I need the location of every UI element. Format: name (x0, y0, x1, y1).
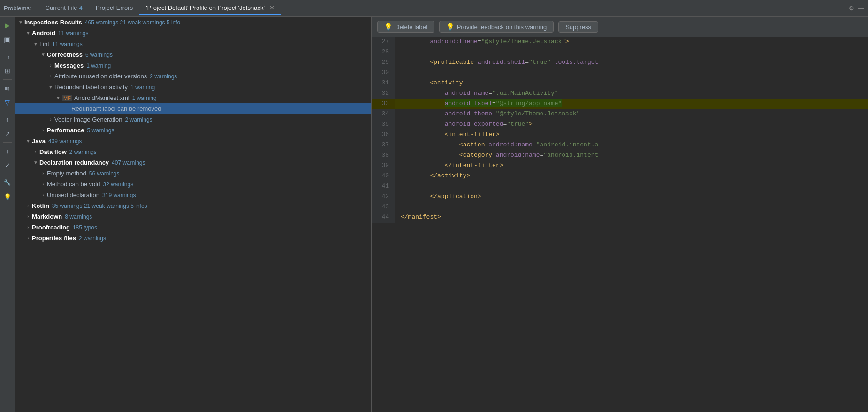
tree-dataflow-label: Data flow (39, 148, 67, 155)
tree-android-count: 11 warnings (58, 30, 89, 37)
tree-vector-image-count: 2 warnings (125, 116, 152, 123)
tree-proofreading[interactable]: › Proofreading 185 typos (15, 222, 371, 233)
toolbar-separator-1 (3, 48, 12, 48)
tree-vector-image[interactable]: › Vector Image Generation 2 warnings (15, 114, 371, 125)
toolbar-separator-2 (3, 79, 12, 80)
code-line-28: 28 (372, 47, 868, 58)
tree-performance[interactable]: › Performance 5 warnings (15, 125, 371, 136)
tree-proofreading-count: 185 typos (73, 224, 97, 231)
tab-close-icon[interactable]: ✕ (269, 4, 274, 11)
expand-button[interactable]: ⤢ (1, 159, 14, 172)
bulb-toolbar-button[interactable]: 💡 (1, 190, 14, 203)
tree-attr-unused-label: Attribute unused on older versions (54, 73, 147, 80)
line-num-42: 42 (372, 192, 395, 202)
tree-markdown-arrow: › (24, 214, 32, 219)
tree-androidmanifest[interactable]: ▼ MF AndroidManifest.xml 1 warning (15, 92, 371, 103)
tree-panel: ▼ Inspections Results 465 warnings 21 we… (15, 17, 372, 412)
line-num-34: 34 (372, 109, 395, 120)
tree-java-count: 409 warnings (48, 138, 82, 145)
line-num-30: 30 (372, 68, 395, 78)
tree-correctness-count: 6 warnings (85, 52, 113, 58)
tree-root-label: Inspections Results (24, 19, 82, 26)
tree-decl-redundancy[interactable]: ▼ Declaration redundancy 407 warnings (15, 157, 371, 168)
line-num-40: 40 (372, 171, 395, 182)
delete-label-text: Delete label (395, 23, 427, 31)
code-line-43: 43 (372, 202, 868, 213)
panel-button[interactable]: ▣ (1, 33, 14, 46)
tree-properties[interactable]: › Properties files 2 warnings (15, 233, 371, 244)
code-line-36: 36 <intent-filter> (372, 130, 868, 140)
tree-android-arrow: ▼ (24, 31, 32, 36)
tree-dataflow[interactable]: › Data flow 2 warnings (15, 146, 371, 157)
tools-button[interactable]: 🔧 (1, 176, 14, 189)
tree-empty-method-label: Empty method (47, 170, 86, 177)
code-line-39: 39 </intent-filter> (372, 161, 868, 171)
tree-lint-label: Lint (39, 40, 49, 47)
line-num-31: 31 (372, 78, 395, 89)
tree-root[interactable]: ▼ Inspections Results 465 warnings 21 we… (15, 17, 371, 28)
tree-messages[interactable]: › Messages 1 warning (15, 60, 371, 71)
tab-current-file[interactable]: Current File4 (39, 1, 89, 15)
tree-androidmanifest-label: AndroidManifest.xml (74, 94, 129, 101)
export-button[interactable]: ↗ (1, 127, 14, 140)
line-content-29: <profileable android:shell="true" tools:… (395, 58, 868, 68)
tree-redundant-warning[interactable]: Redundant label can be removed (15, 103, 371, 114)
line-num-27: 27 (372, 37, 395, 47)
tree-unused-decl[interactable]: › Unused declaration 319 warnings (15, 190, 371, 200)
tree-kotlin[interactable]: › Kotlin 35 warnings 21 weak warnings 5 … (15, 200, 371, 211)
code-line-31: 31 <activity (372, 78, 868, 89)
line-num-37: 37 (372, 140, 395, 151)
sort2-button[interactable]: ≡↕ (1, 82, 14, 95)
tree-performance-label: Performance (47, 127, 84, 134)
code-area[interactable]: 27 android:theme="@style/Theme.Jetsnack"… (372, 37, 868, 412)
line-content-43 (395, 202, 868, 213)
tree-java[interactable]: ▼ Java 409 warnings (15, 136, 371, 146)
settings-icon[interactable]: ⚙ (849, 5, 854, 12)
suppress-button[interactable]: Suppress (558, 21, 598, 33)
line-num-38: 38 (372, 151, 395, 161)
tree-empty-method[interactable]: › Empty method 56 warnings (15, 168, 371, 179)
code-line-41: 41 (372, 182, 868, 192)
code-line-27: 27 android:theme="@style/Theme.Jetsnack"… (372, 37, 868, 47)
tree-kotlin-label: Kotlin (32, 202, 49, 209)
tab-project-errors[interactable]: Project Errors (89, 1, 139, 15)
up-button[interactable]: ↑ (1, 113, 14, 126)
feedback-button[interactable]: 💡 Provide feedback on this warning (439, 21, 554, 33)
tree-markdown-label: Markdown (32, 213, 62, 220)
toolbar-separator-5 (3, 174, 12, 174)
sort-button[interactable]: ≡↑ (1, 50, 14, 63)
tree-empty-method-count: 56 warnings (89, 170, 120, 177)
line-content-44: </manifest> (395, 213, 868, 223)
line-num-39: 39 (372, 161, 395, 171)
tree-messages-arrow: › (47, 63, 54, 68)
delete-label-button[interactable]: 💡 Delete label (377, 21, 434, 33)
main-container: ▶ ▣ ≡↑ ⊞ ≡↕ ▽ ↑ ↗ ↓ ⤢ 🔧 💡 ▼ Inspections … (0, 17, 868, 412)
filter-button[interactable]: ▽ (1, 96, 14, 109)
tree-android[interactable]: ▼ Android 11 warnings (15, 28, 371, 38)
group-button[interactable]: ⊞ (1, 64, 14, 77)
down-button[interactable]: ↓ (1, 145, 14, 158)
tree-method-void[interactable]: › Method can be void 32 warnings (15, 179, 371, 190)
tree-attr-unused[interactable]: › Attribute unused on older versions 2 w… (15, 71, 371, 82)
tree-unused-decl-label: Unused declaration (47, 191, 99, 198)
tab-profile[interactable]: 'Project Default' Profile on Project 'Je… (139, 1, 281, 15)
tree-redundant-label[interactable]: ▼ Redundant label on activity 1 warning (15, 82, 371, 92)
delete-label-bulb-icon: 💡 (384, 23, 392, 31)
line-num-44: 44 (372, 213, 395, 223)
line-content-32: android:name=".ui.MainActivity" (395, 89, 868, 99)
tree-markdown[interactable]: › Markdown 8 warnings (15, 211, 371, 222)
tree-androidmanifest-count: 1 warning (132, 95, 157, 101)
tree-messages-label: Messages (54, 62, 84, 69)
tree-correctness[interactable]: ▼ Correctness 6 warnings (15, 49, 371, 60)
tree-unused-decl-arrow: › (39, 192, 47, 198)
tree-vector-image-arrow: › (47, 117, 54, 122)
minimize-icon[interactable]: — (858, 5, 864, 12)
tree-lint[interactable]: ▼ Lint 11 warnings (15, 38, 371, 49)
tree-method-void-label: Method can be void (47, 181, 100, 188)
line-num-36: 36 (372, 130, 395, 140)
tree-lint-arrow: ▼ (32, 41, 39, 46)
run-button[interactable]: ▶ (1, 19, 14, 32)
line-content-37: <action android:name="android.intent.a (395, 140, 868, 151)
tree-correctness-arrow: ▼ (39, 52, 47, 57)
tree-dataflow-count: 2 warnings (69, 149, 97, 155)
